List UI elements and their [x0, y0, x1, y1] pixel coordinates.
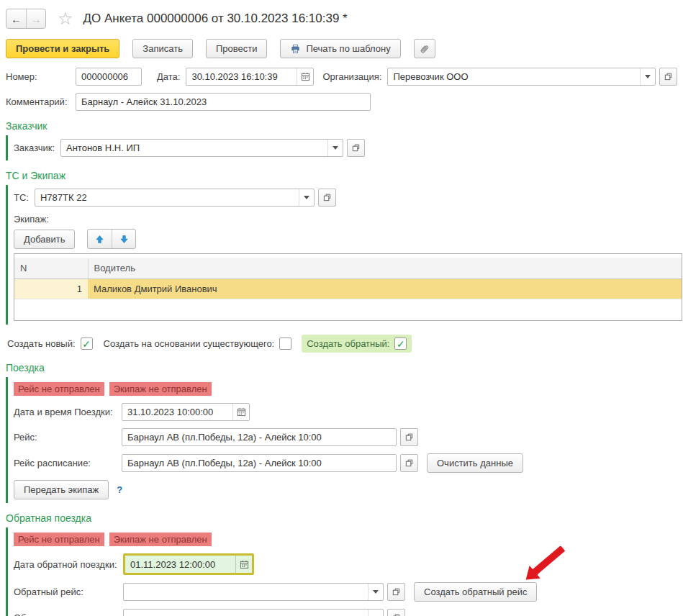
create-new-label: Создать новый:: [7, 338, 76, 349]
back-button[interactable]: ←: [6, 9, 26, 28]
comment-label: Комментарий:: [6, 96, 76, 107]
forward-button[interactable]: →: [26, 9, 45, 28]
send-crew-button[interactable]: Передать экипаж: [14, 480, 109, 499]
chevron-down-icon[interactable]: [299, 189, 314, 206]
number-label: Номер:: [6, 71, 76, 82]
calendar-icon[interactable]: [235, 556, 252, 573]
print-template-button[interactable]: Печать по шаблону: [280, 39, 400, 58]
chevron-down-icon[interactable]: [368, 610, 383, 616]
return-route-value: [124, 584, 368, 600]
forward-arrow-icon: →: [31, 13, 42, 25]
return-schedule-label: Обратное расписание:: [14, 612, 123, 616]
vehicle-select[interactable]: Н787ТК 22: [35, 189, 315, 207]
return-schedule-select[interactable]: [123, 609, 384, 616]
date-value: 30.10.2023 16:10:39: [186, 68, 297, 85]
move-row-buttons: [87, 229, 136, 249]
section-title-return-trip: Обратная поездка: [6, 512, 677, 524]
paperclip-icon: [419, 43, 430, 55]
route-label: Рейс:: [14, 432, 122, 443]
return-schedule-open-button[interactable]: [387, 609, 405, 616]
create-return-route-button[interactable]: Создать обратный рейс: [414, 582, 537, 602]
col-header-n[interactable]: N: [14, 258, 88, 278]
schedule-label: Рейс расписание:: [14, 458, 122, 468]
schedule-input[interactable]: Барнаул АВ (пл.Победы, 12а) - Алейск 10:…: [122, 454, 397, 472]
crew-table-header: N Водитель: [14, 258, 682, 278]
attachments-button[interactable]: [414, 39, 435, 58]
route-value: Барнаул АВ (пл.Победы, 12а) - Алейск 10:…: [122, 429, 396, 445]
form-header: ← → ☆ ДО Анкета 000000006 от 30.10.2023 …: [6, 6, 677, 32]
col-header-driver[interactable]: Водитель: [88, 258, 682, 278]
route-open-button[interactable]: [400, 428, 418, 446]
trip-datetime-input[interactable]: 31.10.2023 10:00:00: [122, 403, 250, 421]
date-label: Дата:: [157, 71, 180, 82]
favorite-star-icon[interactable]: ☆: [58, 10, 73, 27]
printer-icon: [290, 44, 301, 54]
number-input[interactable]: 000000006: [76, 68, 142, 86]
document-form: ← → ☆ ДО Анкета 000000006 от 30.10.2023 …: [0, 0, 683, 616]
chevron-down-icon[interactable]: [368, 584, 383, 600]
status-badge: Рейс не отправлен: [14, 382, 104, 396]
return-route-open-button[interactable]: [387, 583, 405, 601]
org-label: Организация:: [322, 71, 381, 82]
date-input[interactable]: 30.10.2023 16:10:39: [186, 68, 314, 86]
table-row[interactable]: 1 Маликов Дмитрий Иванович: [14, 278, 682, 299]
section-return-trip: Рейс не отправлен Экипаж не отправлен Да…: [6, 527, 677, 616]
print-template-label: Печать по шаблону: [306, 43, 390, 54]
number-date-org-row: Номер: 000000006 Дата: 30.10.2023 16:10:…: [6, 68, 677, 86]
trip-status-badges: Рейс не отправлен Экипаж не отправлен: [14, 382, 677, 396]
driver-cell[interactable]: Маликов Дмитрий Иванович: [88, 278, 682, 299]
create-options-row: Создать новый: Создать на основании суще…: [6, 335, 677, 353]
return-route-select[interactable]: [123, 583, 384, 601]
add-crew-button[interactable]: Добавить: [14, 230, 75, 249]
return-date-value: 01.11.2023 12:00:00: [125, 556, 235, 573]
trip-datetime-label: Дата и время Поездки:: [14, 407, 122, 417]
customer-open-button[interactable]: [347, 139, 365, 157]
create-new-checkbox[interactable]: [81, 338, 93, 350]
section-title-trip: Поездка: [6, 362, 677, 373]
back-arrow-icon: ←: [11, 13, 22, 25]
number-value: 000000006: [76, 68, 141, 85]
schedule-value: Барнаул АВ (пл.Победы, 12а) - Алейск 10:…: [122, 455, 396, 471]
move-up-button[interactable]: [88, 230, 112, 248]
customer-label: Заказчик:: [14, 142, 55, 153]
calendar-icon[interactable]: [232, 404, 249, 420]
move-down-button[interactable]: [112, 230, 135, 248]
vehicle-open-button[interactable]: [318, 189, 336, 207]
org-select[interactable]: Перевозчик ООО: [387, 68, 656, 86]
return-status-badges: Рейс не отправлен Экипаж не отправлен: [14, 533, 677, 546]
org-open-button[interactable]: [659, 68, 677, 86]
create-based-checkbox[interactable]: [279, 338, 291, 350]
customer-select[interactable]: Антонов Н.Н. ИП: [60, 139, 343, 157]
section-vehicle-crew: ТС: Н787ТК 22 Экипаж: Добавить: [6, 185, 677, 325]
trip-datetime-value: 31.10.2023 10:00:00: [122, 404, 232, 420]
section-customer: Заказчик: Антонов Н.Н. ИП: [6, 135, 677, 160]
table-empty-area: [14, 299, 682, 320]
help-link[interactable]: ?: [117, 484, 122, 495]
toolbar: Провести и закрыть Записать Провести Печ…: [6, 39, 677, 58]
vehicle-value: Н787ТК 22: [35, 189, 299, 206]
chevron-down-icon[interactable]: [327, 140, 343, 156]
section-trip: Рейс не отправлен Экипаж не отправлен Да…: [6, 377, 677, 503]
section-title-customer: Заказчик: [6, 120, 677, 132]
row-number-cell[interactable]: 1: [14, 278, 88, 299]
status-badge: Экипаж не отправлен: [109, 382, 212, 396]
org-value: Перевозчик ООО: [388, 68, 640, 85]
post-button[interactable]: Провести: [206, 39, 268, 58]
arrow-up-icon: [95, 235, 104, 244]
create-reverse-checkbox[interactable]: [394, 338, 407, 350]
route-input[interactable]: Барнаул АВ (пл.Победы, 12а) - Алейск 10:…: [122, 428, 397, 446]
return-date-input-highlighted[interactable]: 01.11.2023 12:00:00: [123, 553, 254, 575]
vehicle-label: ТС:: [14, 192, 29, 203]
calendar-icon[interactable]: [297, 68, 313, 85]
customer-value: Антонов Н.Н. ИП: [61, 140, 327, 156]
comment-value: Барнаул - Алейск 31.10.2023: [76, 94, 370, 110]
chevron-down-icon[interactable]: [640, 68, 655, 85]
return-schedule-value: [124, 610, 368, 616]
clear-data-button[interactable]: Очистить данные: [427, 453, 523, 473]
status-badge: Экипаж не отправлен: [109, 533, 212, 546]
schedule-open-button[interactable]: [400, 454, 418, 472]
write-button[interactable]: Записать: [132, 39, 193, 58]
create-reverse-highlight: Создать обратный:: [302, 335, 412, 353]
comment-input[interactable]: Барнаул - Алейск 31.10.2023: [76, 93, 371, 111]
post-and-close-button[interactable]: Провести и закрыть: [6, 39, 119, 58]
